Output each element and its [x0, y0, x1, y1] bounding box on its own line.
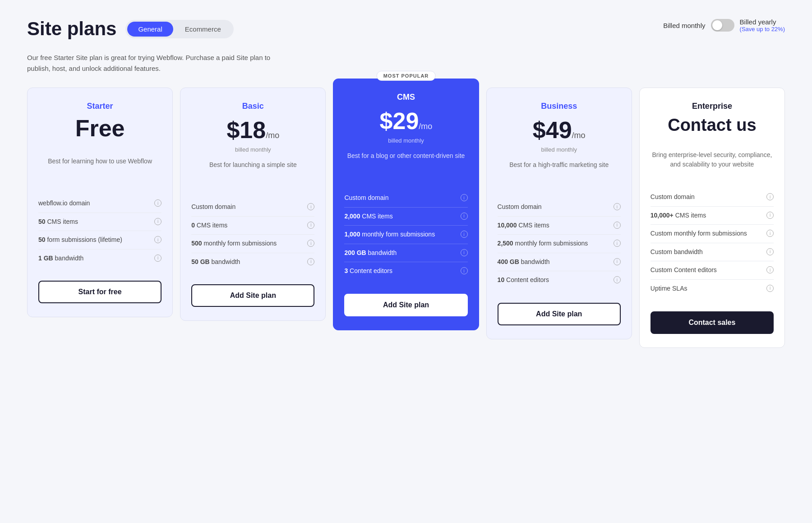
plan-price-starter: Free	[38, 116, 161, 140]
features-business: Custom domain i 10,000 CMS items i 2,500…	[498, 198, 621, 289]
info-icon[interactable]: i	[307, 258, 314, 265]
plan-billed-business: billed monthly	[498, 146, 621, 153]
info-icon[interactable]: i	[614, 203, 621, 210]
feature-item: Custom domain i	[191, 198, 314, 216]
info-icon[interactable]: i	[307, 203, 314, 210]
feature-item: Custom Content editors i	[651, 261, 774, 279]
info-icon[interactable]: i	[461, 231, 468, 238]
feature-text: 3 Content editors	[344, 267, 457, 276]
plan-billed-cms: billed monthly	[344, 137, 467, 144]
feature-text: 200 GB bandwidth	[344, 249, 457, 258]
feature-item: 50 GB bandwidth i	[191, 253, 314, 271]
features-enterprise: Custom domain i 10,000+ CMS items i Cust…	[651, 188, 774, 298]
plan-billed-enterprise	[651, 136, 774, 143]
plan-desc-cms: Best for a blog or other content-driven …	[344, 151, 467, 178]
feature-text: Custom Content editors	[651, 266, 763, 275]
tab-group: General Ecommerce	[125, 20, 233, 38]
feature-item: 1,000 monthly form submissions i	[344, 225, 467, 244]
plan-name-starter: Starter	[38, 102, 161, 111]
feature-item: webflow.io domain i	[38, 194, 161, 213]
feature-item: Custom domain i	[498, 198, 621, 216]
plan-btn-business[interactable]: Add Site plan	[498, 303, 621, 325]
billing-toggle[interactable]	[711, 19, 734, 32]
feature-text: 50 form submissions (lifetime)	[38, 236, 151, 245]
feature-text: 10,000+ CMS items	[651, 211, 763, 220]
features-basic: Custom domain i 0 CMS items i 500 monthl…	[191, 198, 314, 271]
info-icon[interactable]: i	[307, 240, 314, 247]
info-icon[interactable]: i	[766, 212, 774, 219]
info-icon[interactable]: i	[614, 258, 621, 265]
plan-btn-enterprise[interactable]: Contact sales	[651, 311, 774, 334]
info-icon[interactable]: i	[614, 222, 621, 229]
feature-text: webflow.io domain	[38, 199, 151, 208]
page-subtitle: Our free Starter Site plan is great for …	[27, 52, 280, 74]
feature-text: 50 CMS items	[38, 218, 151, 227]
feature-item: 50 form submissions (lifetime) i	[38, 231, 161, 249]
feature-text: 2,000 CMS items	[344, 212, 457, 221]
tab-ecommerce[interactable]: Ecommerce	[174, 22, 232, 37]
info-icon[interactable]: i	[154, 199, 161, 207]
plan-btn-cms[interactable]: Add Site plan	[344, 294, 467, 316]
info-icon[interactable]: i	[154, 255, 161, 262]
feature-text: 1 GB bandwidth	[38, 254, 151, 263]
feature-item: Custom monthly form submissions i	[651, 224, 774, 243]
info-icon[interactable]: i	[307, 222, 314, 229]
plan-btn-starter[interactable]: Start for free	[38, 281, 161, 303]
features-cms: Custom domain i 2,000 CMS items i 1,000 …	[344, 189, 467, 280]
plan-name-basic: Basic	[191, 102, 314, 111]
feature-text: Custom domain	[498, 203, 610, 212]
billing-yearly-label: Billed yearly	[740, 18, 776, 26]
plan-name-enterprise: Enterprise	[651, 102, 774, 111]
feature-text: 400 GB bandwidth	[498, 258, 610, 267]
info-icon[interactable]: i	[766, 266, 774, 273]
plan-desc-enterprise: Bring enterprise-level security, complia…	[651, 150, 774, 177]
plan-desc-basic: Best for launching a simple site	[191, 160, 314, 187]
info-icon[interactable]: i	[766, 285, 774, 292]
tab-general[interactable]: General	[127, 22, 173, 37]
plan-price-basic: $18/mo	[191, 116, 314, 143]
info-icon[interactable]: i	[461, 267, 468, 274]
plan-name-cms: CMS	[344, 93, 467, 102]
info-icon[interactable]: i	[461, 194, 468, 201]
feature-text: Custom monthly form submissions	[651, 229, 763, 238]
feature-item: 200 GB bandwidth i	[344, 244, 467, 262]
feature-text: 0 CMS items	[191, 221, 304, 230]
plans-grid: Starter Free Best for learning how to us…	[27, 88, 785, 348]
info-icon[interactable]: i	[766, 248, 774, 255]
info-icon[interactable]: i	[154, 236, 161, 243]
plan-btn-basic[interactable]: Add Site plan	[191, 284, 314, 307]
feature-text: 10 Content editors	[498, 276, 610, 285]
feature-item: Custom domain i	[344, 189, 467, 207]
plan-desc-starter: Best for learning how to use Webflow	[38, 157, 161, 184]
feature-item: Custom bandwidth i	[651, 243, 774, 261]
plan-card-cms: MOST POPULAR CMS $29/mo billed monthly B…	[333, 79, 479, 330]
plan-billed-basic: billed monthly	[191, 146, 314, 153]
feature-item: 0 CMS items i	[191, 216, 314, 235]
info-icon[interactable]: i	[461, 249, 468, 256]
feature-item: 1 GB bandwidth i	[38, 249, 161, 268]
page-title: Site plans	[27, 18, 116, 40]
plan-billed-starter	[38, 143, 161, 149]
billing-toggle-row: Billed monthly Billed yearly (Save up to…	[663, 18, 785, 32]
info-icon[interactable]: i	[766, 230, 774, 237]
feature-item: Uptime SLAs i	[651, 279, 774, 298]
info-icon[interactable]: i	[154, 218, 161, 225]
info-icon[interactable]: i	[766, 193, 774, 200]
plan-card-business: Business $49/mo billed monthly Best for …	[486, 88, 632, 339]
plan-desc-business: Best for a high-traffic marketing site	[498, 160, 621, 187]
info-icon[interactable]: i	[614, 276, 621, 283]
info-icon[interactable]: i	[461, 213, 468, 220]
feature-item: Custom domain i	[651, 188, 774, 206]
plan-name-business: Business	[498, 102, 621, 111]
billing-save-label: (Save up to 22%)	[740, 26, 785, 32]
features-starter: webflow.io domain i 50 CMS items i 50 fo…	[38, 194, 161, 267]
feature-text: 2,500 monthly form submissions	[498, 239, 610, 248]
feature-text: Custom bandwidth	[651, 248, 763, 257]
feature-text: 500 monthly form submissions	[191, 239, 304, 248]
feature-item: 400 GB bandwidth i	[498, 253, 621, 271]
info-icon[interactable]: i	[614, 240, 621, 247]
feature-text: Custom domain	[651, 193, 763, 202]
feature-item: 2,500 monthly form submissions i	[498, 234, 621, 253]
feature-item: 10 Content editors i	[498, 271, 621, 289]
feature-text: Custom domain	[344, 194, 457, 203]
